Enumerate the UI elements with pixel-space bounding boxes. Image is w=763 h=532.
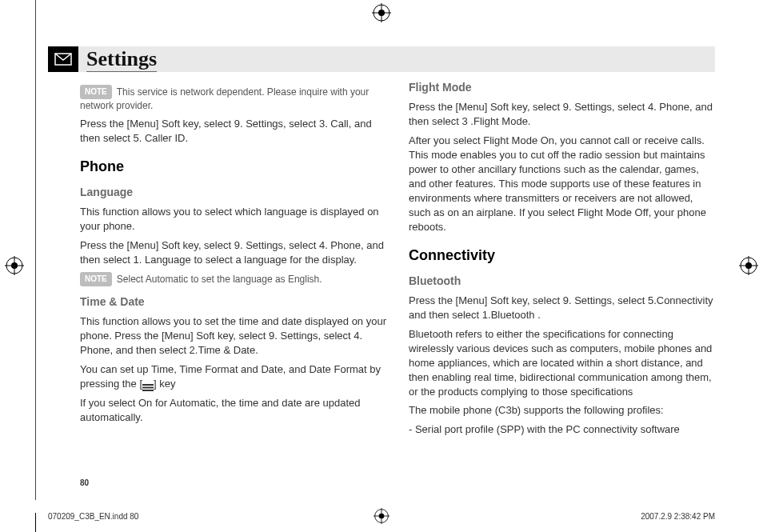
note-text: Select Automatic to set the language as … [117, 274, 322, 285]
body-text: You can set up Time, Time Format and Dat… [80, 362, 386, 391]
note-badge: NOTE [80, 272, 112, 286]
envelope-icon [48, 46, 78, 72]
heading-connectivity: Connectivity [409, 246, 715, 266]
manual-page: Settings NOTEThis service is network dep… [0, 0, 763, 532]
body-text: This function allows you to set the time… [80, 314, 386, 358]
note-text: This service is network dependent. Pleas… [80, 86, 369, 111]
note-line: NOTESelect Automatic to set the language… [80, 272, 386, 286]
body-text: If you select On for Automatic, the time… [80, 396, 386, 425]
body-text: After you select Flight Mode On, you can… [409, 134, 715, 234]
svg-rect-13 [142, 384, 154, 386]
footer-timestamp: 2007.2.9 2:38:42 PM [641, 512, 715, 521]
registration-mark-icon [5, 256, 24, 275]
subheading-time-date: Time & Date [80, 294, 386, 310]
subheading-bluetooth: Bluetooth [409, 274, 715, 289]
chapter-title: Settings [86, 47, 157, 72]
body-text: Press the [Menu] Soft key, select 9. Set… [80, 238, 386, 267]
column-right: Flight Mode Press the [Menu] Soft key, s… [409, 80, 715, 482]
crop-mark [35, 513, 36, 532]
body-text: The mobile phone (C3b) supports the foll… [409, 403, 715, 418]
subheading-language: Language [80, 185, 386, 200]
registration-mark-icon [739, 256, 758, 275]
menu-key-icon [142, 381, 154, 389]
footer: 070209_C3B_EN.indd 80 2007.2.9 2:38:42 P… [48, 512, 715, 521]
margin-line [35, 0, 36, 500]
svg-rect-14 [142, 386, 154, 388]
content-columns: NOTEThis service is network dependent. P… [80, 80, 715, 482]
page-number: 80 [80, 478, 89, 487]
body-text: Bluetooth refers to either the specifica… [409, 327, 715, 399]
body-text: Press the [Menu] Soft key, select 9. Set… [80, 117, 386, 146]
body-text-part: ] key [154, 378, 175, 390]
body-text: Press the [Menu] Soft key, select 9. Set… [409, 100, 715, 129]
body-text: - Serial port profile (SPP) with the PC … [409, 422, 715, 437]
registration-mark-icon [374, 508, 389, 526]
note-line: NOTEThis service is network dependent. P… [80, 85, 386, 112]
registration-mark-icon [372, 3, 391, 22]
body-text-part: You can set up Time, Time Format and Dat… [80, 363, 381, 390]
subheading-flight-mode: Flight Mode [409, 80, 715, 95]
heading-phone: Phone [80, 157, 386, 177]
chapter-title-bar: Settings [48, 46, 715, 72]
body-text: Press the [Menu] Soft key, select 9. Set… [409, 294, 715, 322]
svg-rect-15 [142, 390, 154, 391]
footer-file: 070209_C3B_EN.indd 80 [48, 512, 138, 521]
note-badge: NOTE [80, 85, 112, 99]
column-left: NOTEThis service is network dependent. P… [80, 80, 386, 482]
body-text: This function allows you to select which… [80, 205, 386, 234]
